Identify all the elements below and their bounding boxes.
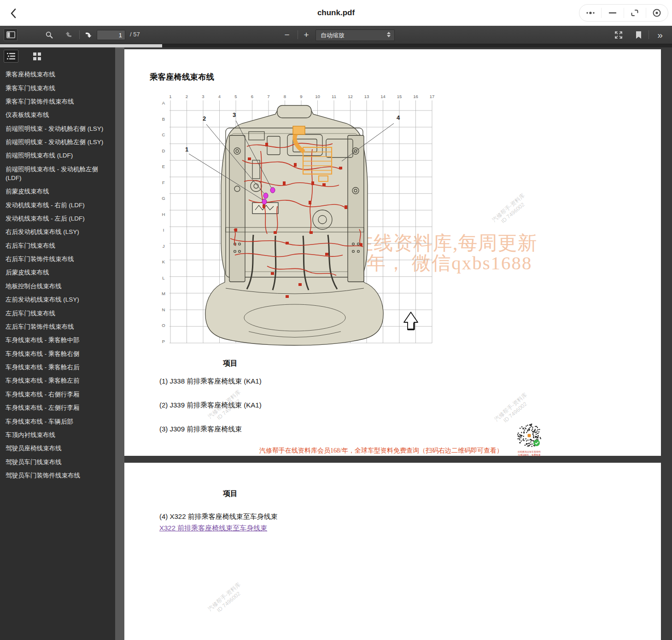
minimize-icon bbox=[608, 8, 617, 17]
svg-text:9: 9 bbox=[300, 94, 302, 99]
sidebar-outline-item[interactable]: 车身线束布线 - 乘客舱左前 bbox=[6, 374, 111, 387]
search-icon bbox=[45, 31, 53, 39]
zoom-mode-label: 自动缩放 bbox=[321, 31, 345, 40]
previous-page-button[interactable] bbox=[62, 29, 76, 41]
double-chevron-icon: » bbox=[657, 30, 663, 40]
minus-icon: − bbox=[284, 30, 289, 39]
sidebar-outline-item[interactable]: 前端照明线束 - 发动机舱右侧 (LSY) bbox=[6, 122, 111, 135]
sidebar-outline-item[interactable]: 前端照明线束布线 - 发动机舱左侧 (LDF) bbox=[6, 163, 111, 185]
svg-text:J: J bbox=[163, 244, 165, 249]
outline-list-icon bbox=[7, 52, 15, 60]
svg-text:1: 1 bbox=[169, 94, 171, 99]
sidebar-outline-item[interactable]: 发动机线束布线 - 右前 (LDF) bbox=[6, 198, 111, 211]
sidebar-outline-item[interactable]: 前端照明线束 - 发动机舱左侧 (LSY) bbox=[6, 135, 111, 149]
svg-text:13: 13 bbox=[364, 94, 369, 99]
svg-text:16: 16 bbox=[413, 94, 418, 99]
svg-text:G: G bbox=[162, 196, 165, 201]
sidebar-outline-item[interactable]: 右后发动机线束布线 (LSY) bbox=[6, 225, 111, 239]
harness-item: (3) J309 前排乘客座椅线束 bbox=[159, 425, 262, 434]
home-button[interactable] bbox=[646, 5, 668, 21]
toolbar-separator bbox=[79, 30, 80, 39]
svg-text:4: 4 bbox=[397, 114, 400, 121]
sidebar-outline-item[interactable]: 车身线束布线 - 乘客舱中部 bbox=[6, 333, 111, 347]
sidebar-outline-item[interactable]: 驾驶员车门线束布线 bbox=[6, 455, 111, 469]
page-up-icon bbox=[65, 31, 73, 39]
sidebar-outline-item[interactable]: 乘客车门线束布线 bbox=[6, 81, 111, 94]
minimize-button[interactable] bbox=[602, 5, 623, 21]
restore-button[interactable] bbox=[624, 5, 646, 21]
more-tools-button[interactable]: » bbox=[653, 29, 667, 41]
window-capsule bbox=[579, 4, 668, 22]
app-titlebar: chunk.pdf bbox=[0, 0, 672, 26]
svg-text:4: 4 bbox=[218, 94, 221, 99]
pdf-page-1: 乘客座椅线束布线 汽修帮手在线资料库,每周更新 会员仅需168/年， 微信qxb… bbox=[124, 49, 661, 456]
sidebar-outline-item[interactable]: 车身线束布线 - 乘客舱右侧 bbox=[6, 347, 111, 361]
svg-text:N: N bbox=[162, 307, 165, 312]
page-number-input[interactable] bbox=[97, 30, 125, 40]
sidebar-outline-item[interactable]: 乘客车门装饰件线束布线 bbox=[6, 95, 111, 108]
svg-text:6: 6 bbox=[251, 94, 253, 99]
sidebar-outline-item[interactable]: 乘客座椅线束布线 bbox=[6, 68, 111, 81]
zoom-in-button[interactable]: + bbox=[299, 29, 313, 41]
svg-text:7: 7 bbox=[267, 94, 269, 99]
svg-text:5: 5 bbox=[234, 94, 237, 99]
svg-text:A: A bbox=[162, 100, 165, 105]
zoom-out-button[interactable]: − bbox=[280, 29, 294, 41]
sidebar-outline-item[interactable]: 后蒙皮线束布线 bbox=[6, 266, 111, 279]
page-count-label: / 57 bbox=[130, 31, 140, 38]
sidebar-outline-item[interactable]: 驾驶员车门装饰件线束布线 bbox=[6, 469, 111, 482]
svg-text:3: 3 bbox=[233, 111, 236, 118]
items-heading: 项目 bbox=[223, 489, 238, 499]
thumbnails-view-button[interactable] bbox=[29, 50, 44, 63]
sidebar-outline-item[interactable]: 仪表板线束布线 bbox=[6, 108, 111, 122]
svg-text:O: O bbox=[162, 323, 165, 328]
bookmark-icon bbox=[635, 31, 642, 39]
items-heading: 项目 bbox=[223, 359, 238, 368]
sidebar-scrollbar[interactable] bbox=[115, 47, 124, 640]
svg-text:10: 10 bbox=[315, 94, 320, 99]
sidebar-outline-item[interactable]: 右后车门线束布线 bbox=[6, 239, 111, 252]
toolbar-separator bbox=[298, 30, 298, 39]
harness-link[interactable]: X322 前排乘客座椅线束至车身线束 bbox=[159, 524, 267, 533]
sidebar-outline-item[interactable]: 车身线束布线 - 车辆后部 bbox=[6, 414, 111, 428]
zoom-mode-select[interactable]: 自动缩放 bbox=[316, 29, 395, 41]
more-dots-icon bbox=[585, 8, 596, 17]
sidebar-outline-item[interactable]: 车顶内衬线束布线 bbox=[6, 428, 111, 442]
target-circle-icon bbox=[652, 8, 662, 18]
sidebar-toggle-button[interactable] bbox=[4, 29, 18, 41]
fullscreen-button[interactable] bbox=[612, 29, 625, 41]
search-button[interactable] bbox=[42, 29, 56, 41]
pdf-toolbar: / 57 − + 自动缩放 » bbox=[0, 26, 672, 44]
sidebar-outline-item[interactable]: 发动机线束布线 - 左后 (LDF) bbox=[6, 212, 111, 225]
sidebar-outline-item[interactable]: 右后车门装饰件线束布线 bbox=[6, 252, 111, 266]
qr-caption: 扫码查询全球车型资料 仅需168/年，免费查看 bbox=[510, 450, 548, 456]
sidebar: 乘客座椅线束布线乘客车门线束布线乘客车门装饰件线束布线仪表板线束布线前端照明线束… bbox=[0, 47, 115, 640]
sidebar-outline-item[interactable]: 左后车门装饰件线束布线 bbox=[6, 320, 111, 333]
horizontal-scrollbar[interactable] bbox=[0, 44, 672, 47]
svg-text:I: I bbox=[163, 227, 164, 233]
sidebar-outline-item[interactable]: 车身线束布线 - 右侧行李厢 bbox=[6, 388, 111, 401]
sidebar-outline-item[interactable]: 车身线束布线 - 乘客舱右后 bbox=[6, 361, 111, 374]
more-button[interactable] bbox=[579, 5, 601, 21]
sidebar-outline-item[interactable]: 地板控制台线束布线 bbox=[6, 279, 111, 293]
restore-window-icon bbox=[630, 8, 639, 17]
svg-text:D: D bbox=[162, 148, 165, 153]
plus-icon: + bbox=[304, 30, 309, 39]
sidebar-outline-item[interactable]: 前端照明线束布线 (LDF) bbox=[6, 149, 111, 162]
sidebar-outline-item[interactable]: 左前发动机线束布线 (LSY) bbox=[6, 293, 111, 306]
pdf-page-2: 项目 (4) X322 前排乘客座椅线束至车身线束 X322 前排乘客座椅线束至… bbox=[124, 463, 661, 640]
svg-text:3: 3 bbox=[202, 94, 204, 99]
sidebar-outline-item[interactable]: 左后车门线束布线 bbox=[6, 306, 111, 320]
outline-view-button[interactable] bbox=[4, 50, 18, 63]
sidebar-outline-item[interactable]: 前蒙皮线束布线 bbox=[6, 185, 111, 198]
page-down-icon bbox=[84, 31, 92, 39]
bookmark-button[interactable] bbox=[631, 29, 645, 41]
svg-text:L: L bbox=[162, 275, 164, 280]
svg-text:1: 1 bbox=[185, 146, 188, 153]
sidebar-outline-item[interactable]: 驾驶员座椅线束布线 bbox=[6, 442, 111, 455]
next-page-button[interactable] bbox=[81, 29, 95, 41]
horizontal-scrollbar-thumb[interactable] bbox=[0, 44, 162, 47]
sidebar-outline-item[interactable]: 车身线束布线 - 左侧行李厢 bbox=[6, 401, 111, 414]
diagonal-watermark: 汽修帮手-资料库ID 7496002 bbox=[491, 192, 531, 229]
svg-text:2: 2 bbox=[186, 94, 188, 99]
